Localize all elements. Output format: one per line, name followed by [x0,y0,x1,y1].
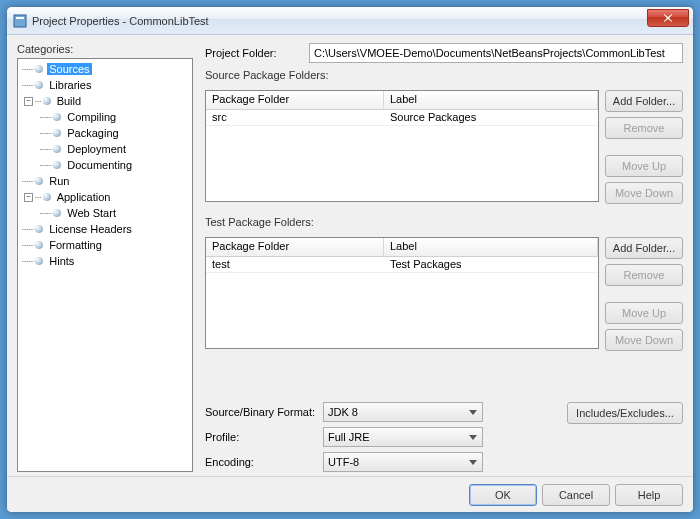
categories-label: Categories: [17,43,193,55]
cell-folder: src [206,110,384,125]
source-folders-block: Package Folder Label src Source Packages… [205,90,683,204]
tree-item-label: License Headers [47,223,134,235]
bottom-left: Source/Binary Format: JDK 8 Profile: Ful… [205,402,555,472]
bullet-icon [35,65,43,73]
bullet-icon [53,129,61,137]
source-binary-select[interactable]: JDK 8 [323,402,483,422]
profile-select[interactable]: Full JRE [323,427,483,447]
source-folders-rows: src Source Packages [206,110,598,126]
bullet-icon [53,209,61,217]
tree-item[interactable]: ┈┈Web Start [20,205,190,221]
remove-folder-button[interactable]: Remove [605,117,683,139]
profile-row: Profile: Full JRE [205,427,555,447]
remove-folder-button[interactable]: Remove [605,264,683,286]
move-down-button[interactable]: Move Down [605,329,683,351]
details-panel: Project Folder: Source Package Folders: … [205,43,683,472]
categories-panel: Categories: ┈┈Sources┈┈Libraries−┈Build┈… [17,43,193,472]
test-folders-label: Test Package Folders: [205,216,683,228]
tree-item-label: Run [47,175,71,187]
tree-item-label: Application [55,191,113,203]
collapse-icon[interactable]: − [24,97,33,106]
app-icon [13,14,27,28]
tree-item[interactable]: ┈┈Deployment [20,141,190,157]
project-folder-label: Project Folder: [205,47,303,59]
move-down-button[interactable]: Move Down [605,182,683,204]
collapse-icon[interactable]: − [24,193,33,202]
source-folders-table[interactable]: Package Folder Label src Source Packages [205,90,599,202]
add-folder-button[interactable]: Add Folder... [605,90,683,112]
bullet-icon [43,97,51,105]
source-binary-row: Source/Binary Format: JDK 8 [205,402,555,422]
project-folder-input[interactable] [309,43,683,63]
col-header-label[interactable]: Label [384,238,598,256]
col-header-folder[interactable]: Package Folder [206,238,384,256]
encoding-label: Encoding: [205,456,317,468]
tree-item-label: Build [55,95,83,107]
bullet-icon [35,225,43,233]
table-row[interactable]: src Source Packages [206,110,598,126]
test-folders-block: Package Folder Label test Test Packages … [205,237,683,351]
tree-item-label: Web Start [65,207,118,219]
ok-button[interactable]: OK [469,484,537,506]
tree-item[interactable]: ┈┈Libraries [20,77,190,93]
cell-label: Source Packages [384,110,598,125]
source-binary-label: Source/Binary Format: [205,406,317,418]
cell-folder: test [206,257,384,272]
close-button[interactable] [647,9,689,27]
tree-item[interactable]: ┈┈Compiling [20,109,190,125]
close-icon [663,14,673,22]
encoding-select[interactable]: UTF-8 [323,452,483,472]
titlebar[interactable]: Project Properties - CommonLibTest [7,7,693,35]
tree-item[interactable]: ┈┈Documenting [20,157,190,173]
col-header-folder[interactable]: Package Folder [206,91,384,109]
move-up-button[interactable]: Move Up [605,302,683,324]
tree-item-label: Libraries [47,79,93,91]
move-up-button[interactable]: Move Up [605,155,683,177]
tree-item-label: Compiling [65,111,118,123]
svg-rect-0 [14,15,26,27]
source-folders-label: Source Package Folders: [205,69,683,81]
test-folders-header: Package Folder Label [206,238,598,257]
dialog-window: Project Properties - CommonLibTest Categ… [6,6,694,513]
test-folders-table[interactable]: Package Folder Label test Test Packages [205,237,599,349]
tree-item[interactable]: ┈┈Formatting [20,237,190,253]
bottom-fields: Source/Binary Format: JDK 8 Profile: Ful… [205,402,683,472]
cancel-button[interactable]: Cancel [542,484,610,506]
tree-item[interactable]: ┈┈Sources [20,61,190,77]
tree-item-label: Formatting [47,239,104,251]
bullet-icon [53,145,61,153]
encoding-row: Encoding: UTF-8 [205,452,555,472]
includes-excludes-button[interactable]: Includes/Excludes... [567,402,683,424]
tree-item-label: Deployment [65,143,128,155]
bottom-right: Includes/Excludes... [563,402,683,472]
dialog-body: Categories: ┈┈Sources┈┈Libraries−┈Build┈… [7,35,693,512]
table-row[interactable]: test Test Packages [206,257,598,273]
tree-item[interactable]: ┈┈Run [20,173,190,189]
bullet-icon [35,257,43,265]
bullet-icon [35,81,43,89]
content-area: Categories: ┈┈Sources┈┈Libraries−┈Build┈… [7,35,693,476]
col-header-label[interactable]: Label [384,91,598,109]
add-folder-button[interactable]: Add Folder... [605,237,683,259]
cell-label: Test Packages [384,257,598,272]
bullet-icon [35,177,43,185]
bullet-icon [53,113,61,121]
project-folder-row: Project Folder: [205,43,683,63]
dialog-footer: OK Cancel Help [7,476,693,512]
tree-item[interactable]: −┈Application [20,189,190,205]
tree-item-label: Sources [47,63,91,75]
help-button[interactable]: Help [615,484,683,506]
tree-item-label: Hints [47,255,76,267]
tree-item[interactable]: ┈┈License Headers [20,221,190,237]
tree-item[interactable]: −┈Build [20,93,190,109]
bullet-icon [43,193,51,201]
source-folders-buttons: Add Folder... Remove Move Up Move Down [605,90,683,204]
categories-tree[interactable]: ┈┈Sources┈┈Libraries−┈Build┈┈Compiling┈┈… [17,58,193,472]
source-folders-header: Package Folder Label [206,91,598,110]
tree-item[interactable]: ┈┈Packaging [20,125,190,141]
window-title: Project Properties - CommonLibTest [32,15,647,27]
profile-label: Profile: [205,431,317,443]
bullet-icon [35,241,43,249]
tree-item[interactable]: ┈┈Hints [20,253,190,269]
tree-item-label: Packaging [65,127,120,139]
